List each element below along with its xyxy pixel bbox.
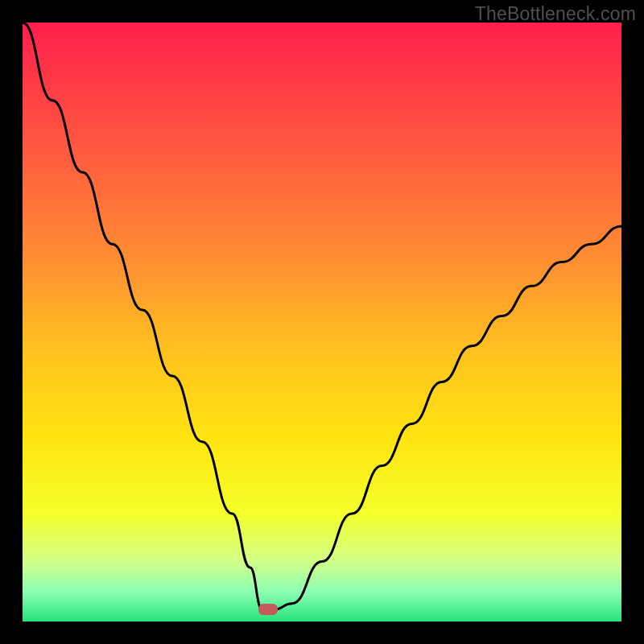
minimum-marker xyxy=(258,604,278,615)
chart-frame: TheBottleneck.com xyxy=(0,0,644,644)
watermark-text: TheBottleneck.com xyxy=(475,3,636,25)
gradient-background xyxy=(23,23,621,621)
bottleneck-chart xyxy=(23,23,621,621)
plot-area xyxy=(23,23,621,621)
